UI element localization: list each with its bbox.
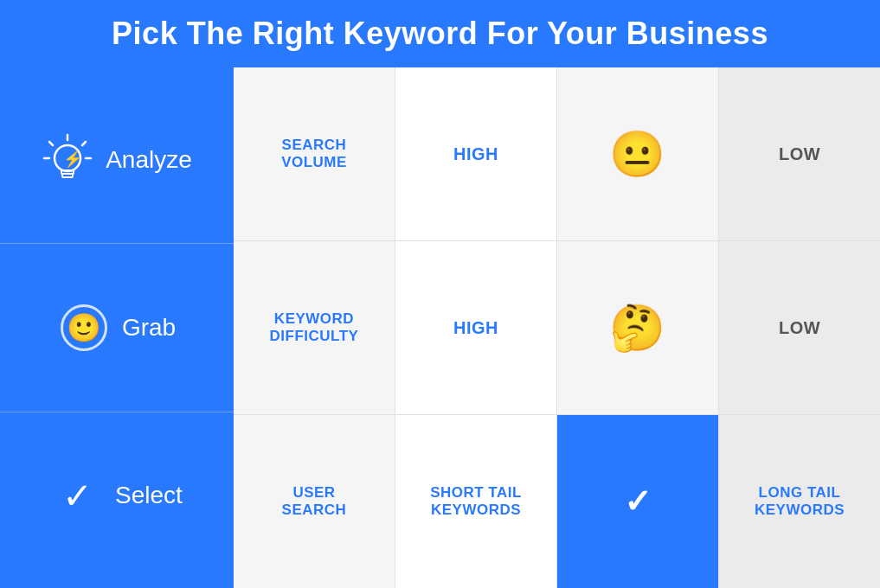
comparison-grid: SEARCHVOLUME HIGH 😐 LOW KEYWORDDIFFICULT… (234, 67, 880, 588)
keyword-difficulty-label: KEYWORDDIFFICULTY (270, 310, 359, 345)
sidebar-item-analyze: ⚡ Analyze (0, 76, 234, 244)
short-tail-keywords-label: SHORT TAILKEYWORDS (430, 484, 522, 519)
search-volume-label: SEARCHVOLUME (281, 137, 347, 171)
main-container: Pick The Right Keyword For Your Business (0, 0, 880, 588)
neutral-face-icon: 😐 (609, 131, 666, 176)
low-label-1: LOW (779, 144, 820, 164)
page-header: Pick The Right Keyword For Your Business (0, 0, 880, 67)
svg-text:⚡: ⚡ (63, 150, 83, 169)
high-label-1: HIGH (453, 144, 498, 164)
select-label: Select (115, 482, 183, 509)
high-label-2: HIGH (453, 318, 498, 338)
metric-keyword-difficulty: KEYWORDDIFFICULTY (234, 241, 395, 414)
grab-label: Grab (122, 314, 176, 342)
cell-mid-volume: 😐 (557, 67, 718, 240)
selected-checkmark: ✓ (610, 474, 665, 529)
svg-line-1 (49, 142, 53, 145)
cell-long-tail-difficulty: LOW (719, 241, 880, 414)
check-icon: ✓ (51, 470, 103, 521)
cell-mid-search: ✓ (557, 415, 718, 588)
sidebar-item-grab: 🙂 Grab (0, 244, 234, 412)
metric-user-search: USERSEARCH (234, 415, 395, 588)
cell-short-tail-search: SHORT TAILKEYWORDS (395, 415, 556, 588)
lightbulb-icon: ⚡ (42, 134, 93, 186)
svg-line-3 (82, 142, 86, 145)
cell-long-tail-search: LONG TAILKEYWORDS (719, 415, 880, 588)
cell-short-tail-volume: HIGH (395, 67, 556, 240)
cell-mid-difficulty: 🤔 (557, 241, 718, 414)
long-tail-keywords-label: LONG TAILKEYWORDS (755, 484, 845, 519)
metric-search-volume: SEARCHVOLUME (234, 67, 395, 240)
page-title: Pick The Right Keyword For Your Business (112, 16, 768, 51)
analyze-label: Analyze (106, 146, 192, 174)
content-area: ⚡ Analyze 🙂 Grab (0, 67, 880, 588)
svg-rect-7 (62, 174, 73, 177)
low-label-2: LOW (779, 318, 820, 338)
cell-long-tail-volume: LOW (719, 67, 880, 240)
user-search-label: USERSEARCH (282, 484, 347, 519)
sidebar-item-select: ✓ Select (0, 412, 234, 579)
smiley-icon: 🙂 (58, 302, 110, 354)
thinking-face-icon: 🤔 (609, 305, 666, 350)
cell-short-tail-difficulty: HIGH (395, 241, 556, 414)
sidebar: ⚡ Analyze 🙂 Grab (0, 67, 234, 588)
